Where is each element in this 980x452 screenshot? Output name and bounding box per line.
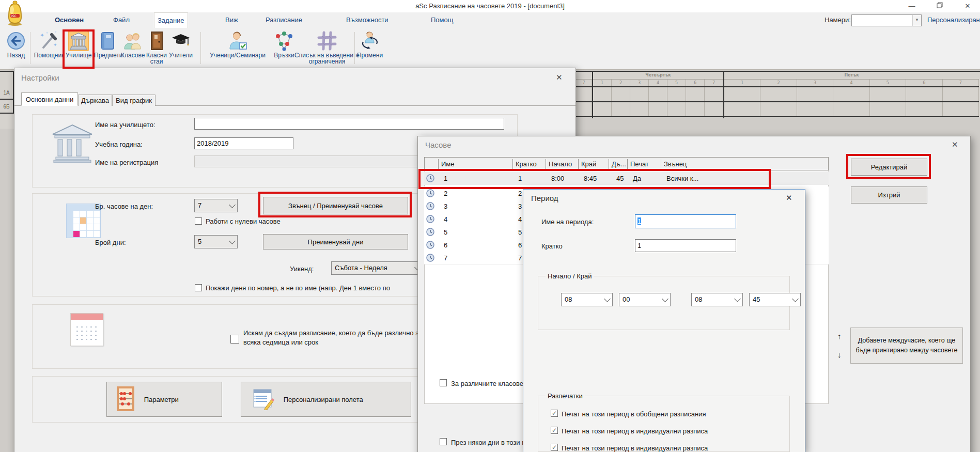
timetable-cell[interactable] [724,87,760,101]
settings-close-icon[interactable]: ✕ [556,73,563,82]
time-select-4[interactable]: 45 [749,293,801,306]
timetable-cell[interactable] [760,87,797,101]
different-classes-checkbox[interactable] [440,379,447,386]
tab-schedule-type[interactable]: Вид график [112,95,155,106]
toolbar-button-school[interactable]: Училище [64,29,93,68]
menu-item-1[interactable]: Основен [52,12,87,28]
timetable-cell[interactable] [576,102,592,116]
timetable-cell[interactable] [705,87,723,101]
toolbar-button-back[interactable]: Назад [3,29,29,68]
add-break-note[interactable]: Добавете междучасие, което ще бъде принт… [850,328,963,364]
hours-column-header[interactable]: Име [438,159,455,169]
timetable-cell[interactable] [593,87,612,101]
timetable-cell[interactable] [870,87,906,101]
printout-checkbox-3[interactable]: ✓ [551,444,558,451]
timetable-cell[interactable] [906,102,942,116]
school-year-input[interactable] [194,137,293,149]
periods-per-day-select[interactable]: 7 [194,199,238,212]
timetable-cell[interactable] [906,87,942,101]
toolbar-button-changes[interactable]: Промени [356,29,383,68]
move-up-button[interactable]: ↑ [837,332,842,340]
hours-column-header[interactable]: Печат [627,159,649,169]
some-days-checkbox[interactable] [440,438,447,445]
hours-column-header[interactable]: Звънец [661,159,687,169]
different-weeks-checkbox[interactable] [230,335,239,344]
days-count-label: Брой дни: [95,239,126,246]
svg-text:✦: ✦ [45,31,49,35]
period-short-input[interactable] [635,239,736,252]
menubar: Намери: ▼ Персонализиране ОсновенФайлЗад… [0,12,980,28]
settings-dialog-title: Настройки [21,73,59,82]
timetable-cell[interactable] [797,102,833,116]
edit-period-button[interactable]: Редактирай [851,159,927,176]
menu-item-4[interactable]: Виж [222,12,241,28]
custom-fields-button[interactable]: Персонализирани полета [241,382,411,417]
timetable-cell[interactable] [833,102,869,116]
weekend-select[interactable]: Събота - Неделя [331,261,423,275]
tab-basic-data[interactable]: Основни данни [21,92,78,106]
menu-item-7[interactable]: Помощ [428,12,456,28]
toolbar-button-book[interactable]: Предмети [94,29,121,68]
chevron-down-icon[interactable]: ▼ [912,15,921,26]
timetable-cell[interactable] [593,102,612,116]
maximize-button[interactable] [928,0,952,12]
show-day-by-number-checkbox[interactable] [195,284,202,291]
printout-checkbox-1[interactable]: ✓ [551,410,558,417]
toolbar-button-cap[interactable]: Учители [168,29,193,68]
find-combobox[interactable]: ▼ [851,14,922,26]
timetable-cell[interactable] [686,87,705,101]
hours-column-header[interactable]: Начало [546,159,572,169]
days-count-select[interactable]: 5 [194,235,238,248]
timetable-cell[interactable] [943,102,979,116]
toolbar-button-door[interactable]: Класни стаи [145,29,168,68]
timetable-cell[interactable] [667,102,686,116]
timetable-cell[interactable] [612,102,630,116]
menu-item-5[interactable]: Разписание [262,12,305,28]
toolbar-button-people[interactable]: Класове [121,29,145,68]
school-name-input[interactable] [194,118,504,130]
rename-days-button[interactable]: Преименувай дни [263,234,408,250]
hours-close-icon[interactable]: ✕ [952,140,958,149]
printout-checkbox-2[interactable]: ✓ [551,427,558,434]
chevron-down-icon [734,295,741,302]
hours-column-header[interactable]: Кратко [512,159,537,169]
clock-icon [426,189,434,197]
zero-periods-checkbox[interactable] [195,217,202,225]
menu-item-2[interactable]: Файл [110,12,133,28]
timetable-cell[interactable] [943,87,979,101]
timetable-cell[interactable] [576,87,592,101]
period-row-selected[interactable]: 118:008:4545ДаВсички к... [424,172,829,185]
menu-item-6[interactable]: Възможности [343,12,392,28]
time-select-2[interactable]: 00 [619,293,671,306]
time-select-1[interactable]: 08 [561,293,613,306]
bell-rename-periods-button[interactable]: Звънец / Преименувай часове [263,197,408,214]
period-close-icon[interactable]: ✕ [786,193,792,202]
minimize-button[interactable]: — [900,0,924,12]
timetable-cell[interactable] [833,87,869,101]
timetable-cell[interactable] [667,87,686,101]
timetable-cell[interactable] [705,102,723,116]
hours-column-header[interactable]: Край [578,159,596,169]
hours-column-header[interactable]: Дъ... [609,159,626,169]
timetable-cell[interactable] [649,87,667,101]
delete-period-button[interactable]: Изтрий [851,186,927,204]
personalize-link[interactable]: Персонализиране [927,12,980,28]
timetable-cell[interactable] [760,102,797,116]
timetable-cell[interactable] [612,87,630,101]
time-select-3[interactable]: 08 [691,293,743,306]
timetable-cell[interactable] [724,102,760,116]
tab-country[interactable]: Държава [78,95,112,106]
period-name-input[interactable]: 1 [635,214,736,228]
timetable-cell[interactable] [797,87,833,101]
toolbar-button-wand[interactable]: ✦✦✦✦Помощник [32,29,66,68]
timetable-cell[interactable] [649,102,667,116]
parameters-button[interactable]: Параметри [106,382,222,417]
timetable-cell[interactable] [630,102,649,116]
toolbar-button-student[interactable]: Ученици/Семинари [204,29,272,68]
move-down-button[interactable]: ↓ [837,350,842,359]
timetable-cell[interactable] [870,102,906,116]
timetable-cell[interactable] [630,87,649,101]
timetable-cell[interactable] [686,102,705,116]
close-window-button[interactable]: ✕ [956,0,979,12]
menu-item-3[interactable]: Задание [154,12,188,28]
